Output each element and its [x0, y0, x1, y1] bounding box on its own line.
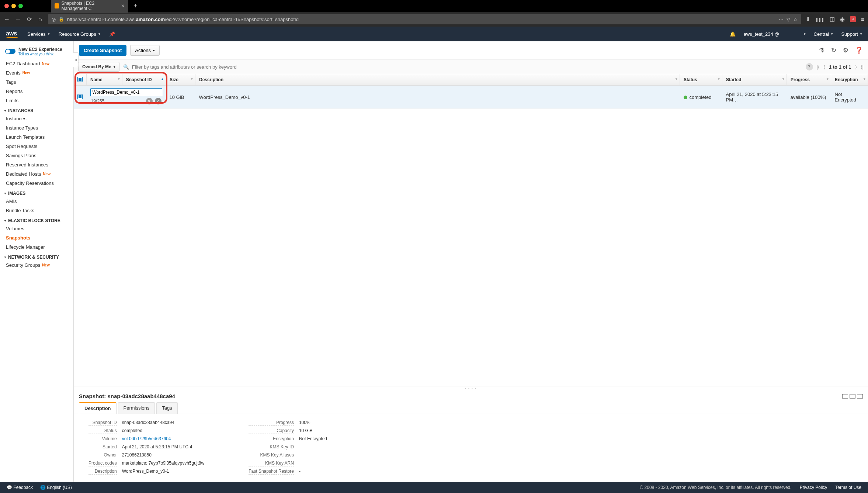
account-menu[interactable]: aws_test_234 @▾	[744, 31, 806, 37]
support-menu[interactable]: Support▾	[841, 31, 862, 37]
downloads-icon[interactable]: ⬇	[806, 16, 810, 23]
sidebar-security-groups[interactable]: Security GroupsNew	[0, 261, 73, 270]
refresh-icon[interactable]: ↻	[831, 46, 836, 54]
menu-icon[interactable]: ≡	[861, 16, 864, 23]
favicon-icon	[55, 3, 59, 8]
ownership-filter[interactable]: Owned By Me▾	[78, 62, 119, 72]
sidebar-volumes[interactable]: Volumes	[0, 224, 73, 233]
gear-icon[interactable]: ⚙	[843, 46, 848, 54]
col-snapshot-id[interactable]: Snapshot ID	[126, 77, 152, 82]
forward-button[interactable]: →	[15, 16, 21, 23]
tab-permissions[interactable]: Permissions	[118, 402, 155, 414]
table-row[interactable]: 19/255 ✕ ✓ 10 GiB WordPress_Demo_v0-1 co…	[74, 86, 868, 109]
ec2-sidebar: New EC2 ExperienceTell us what you think…	[0, 41, 74, 482]
new-tab-button[interactable]: +	[131, 2, 140, 10]
sidebar-group-network[interactable]: NETWORK & SECURITY	[0, 252, 73, 261]
back-button[interactable]: ←	[4, 16, 10, 23]
resource-groups-menu[interactable]: Resource Groups▾	[59, 31, 100, 37]
sidebar-group-images[interactable]: IMAGES	[0, 188, 73, 197]
panel-drag-handle[interactable]: • • • •	[74, 386, 868, 390]
lock-icon: 🔒	[59, 17, 64, 22]
copyright-text: © 2008 - 2020, Amazon Web Services, Inc.…	[640, 485, 791, 490]
sidebar-lifecycle[interactable]: Lifecycle Manager	[0, 242, 73, 252]
pager-first-icon[interactable]: |⟨	[817, 64, 820, 70]
col-encryption[interactable]: Encryption	[835, 77, 858, 82]
col-name[interactable]: Name	[90, 77, 103, 82]
name-edit-input[interactable]	[90, 88, 162, 96]
sidebar-capacity[interactable]: Capacity Reservations	[0, 179, 73, 188]
pager-next-icon[interactable]: ⟩	[855, 64, 857, 70]
pin-icon[interactable]: 📌	[109, 31, 115, 37]
sidebar-dedicated[interactable]: Dedicated HostsNew	[0, 169, 73, 179]
create-snapshot-button[interactable]: Create Snapshot	[79, 45, 126, 56]
sidebar-snapshots[interactable]: Snapshots	[0, 233, 73, 242]
sidebar-instances[interactable]: Instances	[0, 114, 73, 123]
sidebar-group-instances[interactable]: INSTANCES	[0, 105, 73, 114]
help-icon[interactable]: ❓	[855, 46, 863, 54]
detail-panel: • • • • Snapshot: snap-03adc28aab448ca94…	[74, 386, 868, 482]
sidebar-tags[interactable]: Tags	[0, 77, 73, 87]
sidebar-icon[interactable]: ◫	[830, 16, 835, 23]
pager-text: 1 to 1 of 1	[829, 64, 851, 70]
extension-badge-icon[interactable]: 4	[850, 16, 856, 22]
row-checkbox[interactable]	[77, 94, 83, 99]
volume-link[interactable]: vol-0dbd729b5ed637604	[122, 436, 171, 441]
toggle-icon[interactable]	[5, 49, 15, 54]
services-menu[interactable]: Services▾	[27, 31, 50, 37]
sidebar-savings[interactable]: Savings Plans	[0, 151, 73, 160]
tab-description[interactable]: Description	[79, 402, 117, 414]
sidebar-amis[interactable]: AMIs	[0, 197, 73, 206]
sidebar-limits[interactable]: Limits	[0, 96, 73, 105]
detail-right-column: Progress100% Capacity10 GiB EncryptionNo…	[249, 420, 327, 475]
bookmark-star-icon[interactable]: ☆	[793, 17, 798, 22]
sidebar-reserved[interactable]: Reserved Instances	[0, 160, 73, 169]
privacy-link[interactable]: Privacy Policy	[800, 485, 827, 490]
library-icon[interactable]: ⫿⫿⫿	[816, 16, 824, 23]
sidebar-launch-templates[interactable]: Launch Templates	[0, 132, 73, 142]
reader-icon[interactable]: ▽	[787, 17, 790, 22]
layout-buttons[interactable]	[842, 394, 863, 399]
url-bar[interactable]: ◎ 🔒 https://ca-central-1.console.aws.ama…	[48, 14, 801, 24]
sidebar-group-ebs[interactable]: ELASTIC BLOCK STORE	[0, 215, 73, 224]
sidebar-collapse-handle[interactable]: ◀	[73, 52, 79, 67]
home-button[interactable]: ⌂	[37, 16, 44, 23]
terms-link[interactable]: Terms of Use	[835, 485, 861, 490]
shield-icon: ◎	[52, 17, 56, 22]
feedback-link[interactable]: 💬 Feedback	[7, 485, 33, 490]
sidebar-events[interactable]: EventsNew	[0, 68, 73, 77]
window-controls[interactable]	[3, 4, 23, 8]
language-selector[interactable]: 🌐 English (US)	[40, 485, 72, 490]
sidebar-instance-types[interactable]: Instance Types	[0, 123, 73, 132]
tab-close-icon[interactable]: ✕	[121, 3, 125, 8]
col-description[interactable]: Description	[199, 77, 223, 82]
pager-last-icon[interactable]: ⟩|	[861, 64, 864, 70]
sidebar-bundle[interactable]: Bundle Tasks	[0, 206, 73, 215]
action-bar: Create Snapshot Actions▾ ⚗ ↻ ⚙ ❓	[74, 41, 868, 59]
bell-icon[interactable]: 🔔	[730, 31, 736, 37]
aws-logo[interactable]: aws	[6, 30, 18, 38]
browser-tab[interactable]: Snapshots | EC2 Management C ✕	[51, 0, 128, 13]
col-status[interactable]: Status	[684, 77, 697, 82]
reload-button[interactable]: ⟳	[26, 16, 32, 23]
confirm-edit-icon[interactable]: ✓	[155, 98, 162, 104]
col-started[interactable]: Started	[726, 77, 741, 82]
flask-icon[interactable]: ⚗	[819, 46, 824, 54]
actions-dropdown[interactable]: Actions▾	[130, 45, 160, 56]
tab-tags[interactable]: Tags	[156, 402, 177, 414]
select-all-checkbox[interactable]	[77, 77, 83, 82]
sidebar-dashboard[interactable]: EC2 DashboardNew	[0, 59, 73, 68]
sidebar-spot[interactable]: Spot Requests	[0, 142, 73, 151]
new-experience-toggle[interactable]: New EC2 ExperienceTell us what you think	[0, 45, 73, 59]
cancel-edit-icon[interactable]: ✕	[146, 98, 153, 104]
pager-prev-icon[interactable]: ⟨	[823, 64, 825, 70]
search-input[interactable]	[132, 64, 803, 70]
region-menu[interactable]: Central▾	[814, 31, 833, 37]
col-size[interactable]: Size	[170, 77, 178, 82]
browser-toolbar: ← → ⟳ ⌂ ◎ 🔒 https://ca-central-1.console…	[0, 12, 868, 27]
account-icon[interactable]: ◉	[840, 16, 845, 23]
col-progress[interactable]: Progress	[791, 77, 810, 82]
detail-left-column: Snapshot IDsnap-03adc28aab448ca94 Status…	[88, 420, 204, 475]
browser-chrome: Snapshots | EC2 Management C ✕ + ← → ⟳ ⌂…	[0, 0, 868, 27]
filter-help-icon[interactable]: ?	[806, 63, 813, 70]
sidebar-reports[interactable]: Reports	[0, 87, 73, 96]
